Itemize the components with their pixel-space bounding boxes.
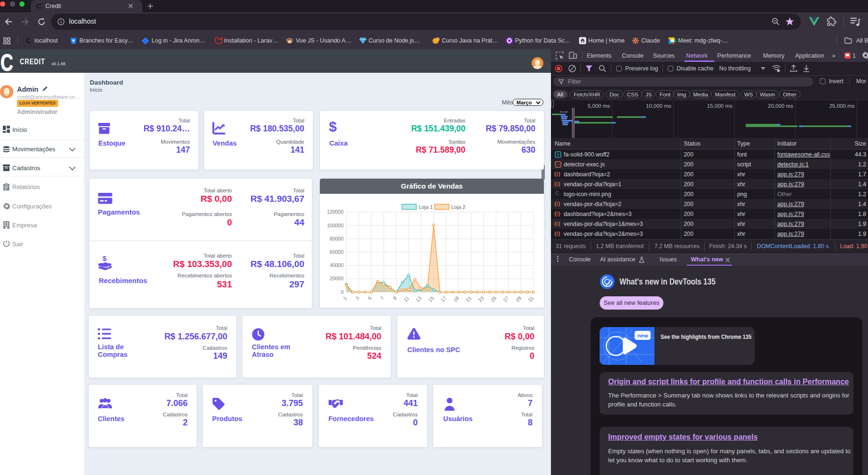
svg-text:5,000 ms: 5,000 ms bbox=[588, 103, 610, 109]
svg-text:120000: 120000 bbox=[327, 209, 344, 215]
svg-text:10,000 ms: 10,000 ms bbox=[646, 103, 671, 109]
svg-text:25,000 ms: 25,000 ms bbox=[829, 103, 855, 109]
svg-text:15,000 ms: 15,000 ms bbox=[707, 103, 732, 109]
svg-text:9: 9 bbox=[392, 295, 398, 301]
svg-text:23: 23 bbox=[477, 295, 485, 303]
svg-text:19: 19 bbox=[452, 295, 460, 303]
svg-text:Loja 1: Loja 1 bbox=[419, 204, 433, 210]
svg-text:7: 7 bbox=[379, 295, 385, 301]
svg-text:5: 5 bbox=[367, 295, 373, 301]
svg-text:T: T bbox=[557, 152, 559, 157]
svg-text:40000: 40000 bbox=[330, 262, 344, 268]
svg-text:0: 0 bbox=[341, 289, 344, 295]
svg-text:15: 15 bbox=[427, 295, 435, 303]
svg-text:21: 21 bbox=[464, 295, 473, 303]
svg-text:25: 25 bbox=[490, 295, 498, 303]
svg-text:20000: 20000 bbox=[330, 276, 344, 281]
svg-text:27: 27 bbox=[502, 295, 510, 303]
svg-text:1: 1 bbox=[342, 295, 348, 301]
svg-text:60000: 60000 bbox=[330, 249, 344, 255]
svg-text:Loja 2: Loja 2 bbox=[451, 204, 465, 210]
svg-text:13: 13 bbox=[414, 295, 422, 303]
svg-text:80000: 80000 bbox=[330, 236, 344, 242]
svg-text:17: 17 bbox=[439, 295, 447, 303]
svg-text:31: 31 bbox=[527, 295, 535, 303]
svg-text:29: 29 bbox=[515, 295, 523, 303]
svg-text:new: new bbox=[637, 333, 648, 338]
svg-text:$: $ bbox=[103, 255, 107, 262]
svg-text:20,000 ms: 20,000 ms bbox=[768, 103, 793, 109]
svg-text:11: 11 bbox=[403, 295, 410, 302]
svg-text:100000: 100000 bbox=[327, 223, 344, 228]
svg-text:3: 3 bbox=[354, 295, 361, 301]
